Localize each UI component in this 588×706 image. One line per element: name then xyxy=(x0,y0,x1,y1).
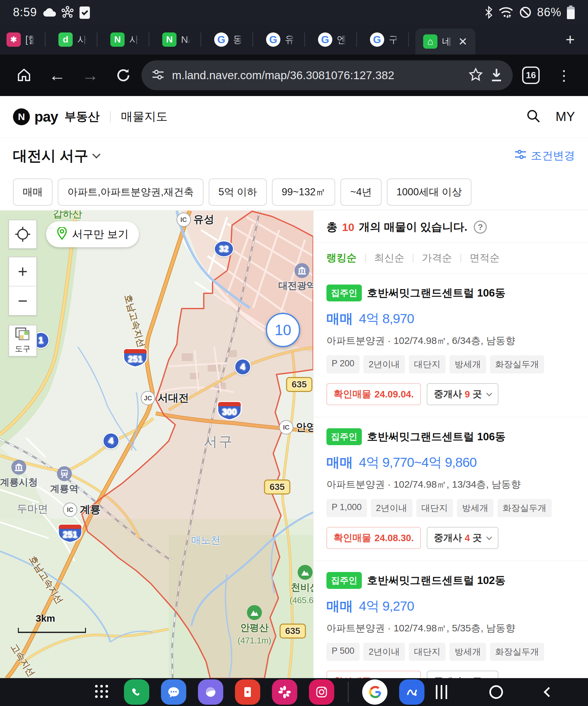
naver-logo-icon: N xyxy=(13,108,30,125)
view-district-only-button[interactable]: 서구만 보기 xyxy=(46,221,139,247)
url-bar[interactable]: m.land.naver.com/map/36.3081076:127.382 xyxy=(142,61,513,90)
region-selector[interactable]: 대전시 서구 xyxy=(13,146,99,165)
filter-chip[interactable]: 매매 xyxy=(13,179,52,206)
browser-tab[interactable]: NNAV xyxy=(156,25,208,54)
trade-type: 매매 xyxy=(326,310,353,328)
cloud-icon xyxy=(42,7,56,17)
new-tab-button[interactable]: + xyxy=(552,25,588,54)
map-label: 매노천 xyxy=(191,534,220,547)
map-label: 두마면 xyxy=(17,502,48,516)
browser-tab[interactable]: G구인 xyxy=(363,25,415,54)
interchange-badge: JC서대전 xyxy=(141,391,189,405)
checkbox-notification-icon xyxy=(79,5,90,19)
sort-option[interactable]: 면적순 xyxy=(470,251,500,265)
sort-divider xyxy=(365,254,366,262)
map-tools-button[interactable]: 도구 xyxy=(8,325,37,357)
download-icon[interactable] xyxy=(490,68,503,83)
browser-tab[interactable]: ✱[힐링 xyxy=(0,25,52,54)
map-poi: 대전광역시 xyxy=(278,263,313,292)
browser-tab[interactable]: ⌂네✕ xyxy=(415,29,475,54)
listing-cluster-marker[interactable]: 10 xyxy=(266,313,300,347)
ic-name: 안영 xyxy=(296,420,313,434)
back-icon[interactable]: ← xyxy=(42,61,72,90)
svg-text:251: 251 xyxy=(128,354,143,364)
menu-kebab-icon[interactable]: ⋮ xyxy=(549,61,579,90)
site-settings-icon[interactable] xyxy=(151,68,165,83)
map[interactable]: 갑하산(468.7m)IC유성32대전광역시호남고속지선2511JC서대전300… xyxy=(0,210,313,678)
phone-app-icon[interactable] xyxy=(124,679,149,705)
tab-switcher-button[interactable]: 16 xyxy=(516,61,546,90)
back-button[interactable] xyxy=(544,687,554,697)
filter-chip[interactable]: 5억 이하 xyxy=(209,179,267,206)
daangn-favicon-icon: d xyxy=(58,33,73,47)
browser-tab[interactable]: G동탄 xyxy=(208,25,260,54)
sort-option[interactable]: 최신순 xyxy=(374,251,404,265)
region-row: 대전시 서구 조건변경 xyxy=(0,138,588,174)
tab-title: 엔화 xyxy=(337,33,346,46)
filter-chip[interactable]: 아파트,아파트분양권,재건축 xyxy=(58,179,203,206)
tab-title: NAV xyxy=(181,34,190,45)
android-nav-bar xyxy=(0,678,588,706)
ic-disc: IC xyxy=(63,503,77,517)
sort-option[interactable]: 랭킹순 xyxy=(326,251,357,265)
listing-card[interactable]: 집주인호반써밋그랜드센트럴 102동매매4억 9,270아파트분양권 · 102… xyxy=(313,561,588,678)
my-location-button[interactable] xyxy=(8,220,37,249)
agents-dropdown[interactable]: 중개사2곳 xyxy=(427,671,499,678)
confirmed-listing-button[interactable]: 확인매물24.09.04. xyxy=(326,383,421,405)
messages-app-icon[interactable] xyxy=(161,679,186,705)
home-button[interactable] xyxy=(489,685,503,699)
search-icon[interactable] xyxy=(526,108,541,125)
browser-tab[interactable]: G엔화 xyxy=(312,25,363,54)
agent-count: 9 xyxy=(465,389,470,400)
listing-price: 4억 8,970 xyxy=(359,310,414,328)
zoom-out-button[interactable]: − xyxy=(9,286,36,315)
map-label: 서구 xyxy=(204,432,234,450)
browser-tab[interactable]: d사생 xyxy=(52,25,104,54)
confirmed-listing-button[interactable]: 확인매물24.08.28. xyxy=(326,671,421,678)
google-app-icon[interactable] xyxy=(362,679,387,705)
home-icon[interactable] xyxy=(9,61,39,90)
recents-button[interactable] xyxy=(436,685,447,699)
band-app-icon[interactable] xyxy=(272,679,297,705)
internet-app-icon[interactable] xyxy=(198,679,223,705)
browser-tab[interactable]: N사생 xyxy=(104,25,156,54)
listing-description: 아파트분양권 · 102/74.98㎡, 13/34층, 남동향 xyxy=(326,478,575,491)
tab-divider xyxy=(408,33,409,47)
agents-dropdown[interactable]: 중개사9곳 xyxy=(427,383,499,405)
naver-app-app-icon[interactable] xyxy=(399,679,425,705)
agents-dropdown[interactable]: 중개사4곳 xyxy=(427,527,499,549)
camera-app-icon[interactable] xyxy=(309,679,334,705)
interchange-badge: IC계룡 xyxy=(63,503,101,517)
listing-tag: 2년이내 xyxy=(363,643,405,661)
zoom-in-button[interactable]: + xyxy=(9,257,36,286)
ic-disc: IC xyxy=(279,420,293,434)
browser-tab[interactable]: G유튜 xyxy=(260,25,312,54)
naver-pay-logo[interactable]: N pay 부동산 매물지도 xyxy=(13,108,168,125)
section-label[interactable]: 부동산 xyxy=(65,109,100,125)
poi-build-icon xyxy=(294,263,309,278)
listing-tag: P 500 xyxy=(326,643,359,661)
chevron-down-icon xyxy=(486,390,492,396)
listing-card[interactable]: 집주인호반써밋그랜드센트럴 106동매매4억 8,970아파트분양권 · 102… xyxy=(313,274,588,417)
bookmark-star-icon[interactable] xyxy=(469,68,483,83)
filter-chip[interactable]: 99~132㎡ xyxy=(272,179,335,206)
sort-option[interactable]: 가격순 xyxy=(422,251,452,265)
reload-icon[interactable] xyxy=(108,61,138,90)
confirmed-listing-button[interactable]: 확인매물24.08.30. xyxy=(326,527,421,549)
filter-chip[interactable]: 1000세대 이상 xyxy=(387,179,472,206)
close-icon[interactable]: ✕ xyxy=(458,35,468,48)
listing-price: 4억 9,270 xyxy=(359,597,414,615)
help-icon[interactable]: ? xyxy=(474,221,487,234)
media-app-icon[interactable] xyxy=(235,679,260,705)
land-favicon-icon: ⌂ xyxy=(423,34,437,49)
listing-card[interactable]: 집주인호반써밋그랜드센트럴 106동매매4억 9,770~4억 9,860아파트… xyxy=(313,417,588,561)
url-text[interactable]: m.land.naver.com/map/36.3081076:127.382 xyxy=(172,69,462,82)
change-conditions-button[interactable]: 조건변경 xyxy=(514,148,575,163)
route-badge: 635 xyxy=(264,479,290,495)
listing-tag: 2년이내 xyxy=(371,499,413,517)
my-menu[interactable]: MY xyxy=(555,109,575,124)
tab-divider xyxy=(149,33,149,47)
apps-grid-icon[interactable] xyxy=(94,684,109,700)
owner-badge: 집주인 xyxy=(326,428,362,445)
filter-chip[interactable]: ~4년 xyxy=(341,179,381,206)
